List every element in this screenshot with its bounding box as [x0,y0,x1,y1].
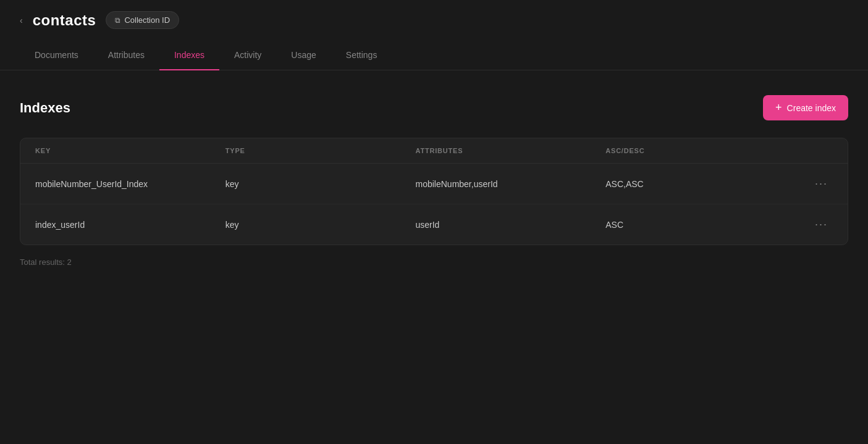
create-index-label: Create index [787,103,836,113]
cell-attributes-2: userId [416,220,606,230]
more-actions-button-1[interactable]: ··· [810,175,833,193]
more-actions-button-2[interactable]: ··· [810,216,833,233]
create-index-button[interactable]: + Create index [763,95,848,120]
total-results: Total results: 2 [20,258,848,267]
tab-usage[interactable]: Usage [276,40,331,70]
plus-icon: + [775,101,782,114]
page-header: ‹ contacts ⧉ Collection ID [0,0,868,40]
cell-key-2: index_userId [35,220,225,230]
cell-asc-desc-2: ASC [605,220,796,230]
back-button[interactable]: ‹ [20,15,23,25]
cell-type-2: key [225,220,416,230]
cell-asc-desc-1: ASC,ASC [605,179,796,189]
table-row: index_userId key userId ASC ··· [20,204,848,245]
col-header-key: KEY [35,147,225,154]
col-header-asc-desc: ASC/DESC [605,147,796,154]
copy-icon: ⧉ [115,16,120,25]
cell-type-1: key [225,179,416,189]
collection-name: contacts [33,12,96,29]
col-header-actions [796,147,833,154]
col-header-attributes: ATTRIBUTES [416,147,606,154]
tab-attributes[interactable]: Attributes [93,40,159,70]
cell-key-1: mobileNumber_UserId_Index [35,179,225,189]
cell-actions-1: ··· [796,175,833,193]
page-title: Indexes [20,100,70,116]
collection-id-label: Collection ID [124,15,170,25]
content-header: Indexes + Create index [20,95,848,120]
tab-indexes[interactable]: Indexes [159,40,219,70]
tab-documents[interactable]: Documents [20,40,93,70]
cell-actions-2: ··· [796,216,833,233]
cell-attributes-1: mobileNumber,userId [416,179,606,189]
main-content: Indexes + Create index KEY TYPE ATTRIBUT… [0,70,868,291]
collection-id-badge[interactable]: ⧉ Collection ID [106,11,179,29]
col-header-type: TYPE [225,147,416,154]
table-header: KEY TYPE ATTRIBUTES ASC/DESC [20,138,848,164]
tab-settings[interactable]: Settings [331,40,392,70]
table-row: mobileNumber_UserId_Index key mobileNumb… [20,164,848,204]
tab-activity[interactable]: Activity [219,40,276,70]
indexes-table: KEY TYPE ATTRIBUTES ASC/DESC mobileNumbe… [20,138,848,245]
nav-tabs: Documents Attributes Indexes Activity Us… [0,40,868,70]
